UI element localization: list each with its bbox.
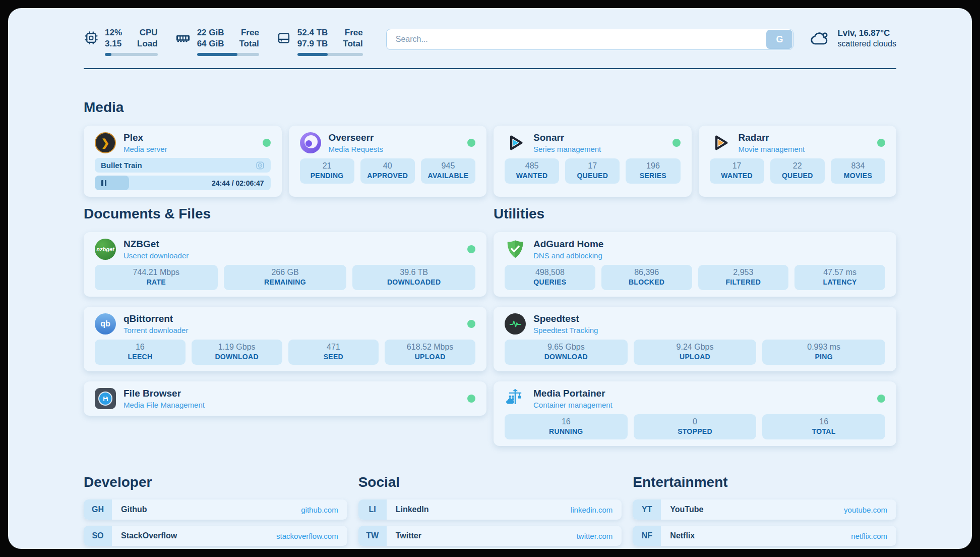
service-card-qbittorrent[interactable]: qb qBittorrent Torrent downloader 16 LEE… <box>84 307 486 371</box>
stat-tile: 498,508 QUERIES <box>505 265 595 290</box>
radarr-icon <box>710 132 731 153</box>
dashboard-page: 12% CPU 3.15 Load 22 GiB Free <box>8 8 972 549</box>
disk-usage-bar-fill <box>297 53 328 56</box>
service-card-sonarr[interactable]: Sonarr Series management 485 WANTED 17 Q… <box>494 126 692 197</box>
stat-tile: 86,396 BLOCKED <box>601 265 692 290</box>
overseerr-icon <box>300 132 321 153</box>
status-dot <box>672 139 681 147</box>
service-card-nzbget[interactable]: nzbget NZBGet Usenet downloader 744.21 M… <box>84 232 486 297</box>
stat-value: 0.993 ms <box>764 343 883 352</box>
adguard-icon <box>505 239 526 260</box>
stat-label: WANTED <box>712 172 762 180</box>
stat-value: 266 GB <box>226 268 345 277</box>
bookmark-label: Twitter <box>387 526 577 546</box>
hard-drive-icon <box>276 30 291 45</box>
search-input[interactable] <box>386 29 794 50</box>
stat-label: UPLOAD <box>636 353 755 361</box>
stat-label: UPLOAD <box>387 353 473 361</box>
bookmark-row-netflix[interactable]: NF Netflix netflix.com <box>633 526 896 546</box>
plex-now-playing: Bullet Train 24:44 / 02:06:47 <box>95 158 271 190</box>
bookmark-row-linkedin[interactable]: LI LinkedIn linkedin.com <box>358 499 622 520</box>
disk-free-value: 52.4 TB <box>297 27 328 38</box>
documents-column: Documents & Files nzbget NZBGet Usenet d… <box>84 206 486 416</box>
memory-metric: 22 GiB Free 64 GiB Total <box>175 27 259 56</box>
portainer-icon <box>505 388 526 409</box>
stat-tile: 40 APPROVED <box>360 158 415 184</box>
bookmark-label: Netflix <box>661 526 851 546</box>
service-subtitle: Series management <box>533 145 665 153</box>
service-card-overseerr[interactable]: Overseerr Media Requests 21 PENDING 40 A… <box>289 126 487 197</box>
stat-label: QUEUED <box>772 172 823 180</box>
stat-label: MOVIES <box>833 172 883 180</box>
stat-tile: 22 QUEUED <box>770 158 825 184</box>
stat-value: 39.6 TB <box>354 268 473 277</box>
nzbget-icon: nzbget <box>95 239 116 260</box>
bookmark-row-github[interactable]: GH Github github.com <box>84 499 347 520</box>
stat-label: DOWNLOADED <box>354 278 473 286</box>
service-title: NZBGet <box>124 239 460 250</box>
pause-icon <box>101 180 106 186</box>
cpu-label-top: CPU <box>137 27 158 38</box>
bookmark-abbr: LI <box>358 499 387 520</box>
stat-value: 16 <box>764 417 883 426</box>
stat-label: WANTED <box>507 172 557 180</box>
service-title: Overseerr <box>329 132 460 143</box>
stat-tile: 47.57 ms LATENCY <box>794 265 885 290</box>
bookmark-abbr: NF <box>633 526 661 546</box>
service-subtitle: Container management <box>533 401 870 409</box>
service-card-adguard[interactable]: AdGuard Home DNS and adblocking 498,508 … <box>494 232 896 297</box>
stat-tile: 266 GB REMAINING <box>224 265 347 290</box>
disk-label-bottom: Total <box>343 38 362 49</box>
status-dot <box>467 395 475 403</box>
stat-value: 471 <box>290 343 377 352</box>
cpu-chip-icon <box>84 30 99 45</box>
service-subtitle: Movie management <box>739 145 870 153</box>
cloud-icon <box>809 28 831 48</box>
stat-tile: 744.21 Mbps RATE <box>95 265 218 290</box>
stat-tile: 9.65 Gbps DOWNLOAD <box>505 340 628 365</box>
middle-columns: Documents & Files nzbget NZBGet Usenet d… <box>84 206 896 446</box>
stat-tile: 945 AVAILABLE <box>421 158 475 184</box>
service-subtitle: Usenet downloader <box>124 251 460 260</box>
service-card-portainer[interactable]: Media Portainer Container management 16 … <box>494 381 896 446</box>
bookmark-label: LinkedIn <box>387 499 571 520</box>
stream-progress-bar: 24:44 / 02:06:47 <box>95 176 271 190</box>
status-dot <box>877 395 885 403</box>
bookmark-url: twitter.com <box>577 526 622 546</box>
bookmark-row-twitter[interactable]: TW Twitter twitter.com <box>358 526 622 546</box>
section-title-developer: Developer <box>84 474 347 490</box>
bookmark-row-youtube[interactable]: YT YouTube youtube.com <box>633 499 896 520</box>
stat-label: QUEUED <box>567 172 618 180</box>
section-title-entertainment: Entertainment <box>633 474 896 490</box>
memory-usage-bar-fill <box>197 53 237 56</box>
status-dot <box>263 139 271 147</box>
stat-value: 945 <box>423 161 473 171</box>
social-bookmarks: Social LI LinkedIn linkedin.com TW Twitt… <box>358 474 622 549</box>
stat-tile: 2,953 FILTERED <box>698 265 789 290</box>
cpu-usage-bar-fill <box>105 53 111 56</box>
bookmark-label: YouTube <box>661 499 844 520</box>
service-card-plex[interactable]: ❯ Plex Media server Bullet Train <box>84 126 282 197</box>
stat-value: 618.52 Mbps <box>387 343 473 352</box>
service-card-speedtest[interactable]: Speedtest Speedtest Tracking 9.65 Gbps D… <box>494 307 896 371</box>
service-card-filebrowser[interactable]: File Browser Media File Management <box>84 381 486 416</box>
stat-value: 17 <box>712 161 762 171</box>
stat-value: 17 <box>567 161 618 171</box>
service-subtitle: Media server <box>124 145 255 153</box>
sonarr-icon <box>505 132 526 153</box>
stat-value: 498,508 <box>507 268 593 277</box>
bookmark-row-stackoverflow[interactable]: SO StackOverflow stackoverflow.com <box>84 526 347 546</box>
stat-value: 744.21 Mbps <box>97 268 216 277</box>
bookmark-label: StackOverflow <box>112 526 276 546</box>
stat-value: 40 <box>362 161 413 171</box>
service-subtitle: Speedtest Tracking <box>533 326 885 335</box>
service-card-radarr[interactable]: Radarr Movie management 17 WANTED 22 QUE… <box>699 126 897 197</box>
filebrowser-icon <box>95 388 116 409</box>
section-title-documents: Documents & Files <box>84 206 486 222</box>
memory-label-bottom: Total <box>239 38 259 49</box>
stat-value: 2,953 <box>700 268 787 277</box>
stat-value: 834 <box>833 161 883 171</box>
stat-tile: 39.6 TB DOWNLOADED <box>352 265 475 290</box>
status-dot <box>467 245 475 253</box>
google-search-button[interactable]: G <box>766 30 792 49</box>
